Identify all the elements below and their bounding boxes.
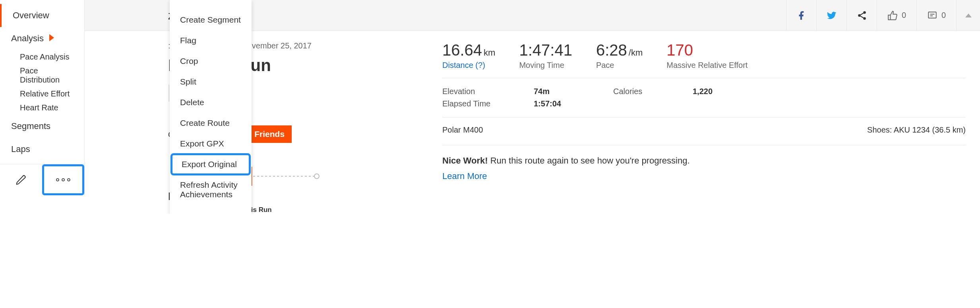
header-actions: 0 0 — [786, 0, 980, 31]
facebook-icon — [796, 10, 807, 21]
share-facebook-button[interactable] — [786, 0, 816, 31]
pace-value: 6:28 — [596, 41, 627, 59]
stat-distance: 16.64km Distance (?) — [442, 41, 495, 70]
more-button[interactable] — [42, 164, 85, 195]
svg-point-5 — [863, 17, 866, 20]
stats-col: 16.64km Distance (?) 1:47:41 Moving Time… — [442, 41, 980, 214]
nice-work-text: Run this route again to see how you're p… — [488, 156, 690, 166]
elevation-key: Elevation — [442, 87, 534, 96]
twitter-icon — [826, 10, 837, 21]
kudos-button[interactable]: 0 — [877, 0, 916, 31]
dd-flag[interactable]: Flag — [170, 30, 252, 51]
dd-export-original[interactable]: Export Original — [171, 154, 250, 175]
effort-value: 170 — [666, 41, 748, 59]
dd-crop[interactable]: Crop — [170, 51, 252, 71]
comment-icon — [927, 10, 937, 21]
distance-unit: km — [484, 48, 495, 58]
distance-label[interactable]: Distance (?) — [442, 61, 495, 70]
learn-more-link[interactable]: Learn More — [442, 169, 966, 183]
calories-key: Calories — [613, 87, 693, 96]
comments-button[interactable]: 0 — [916, 0, 956, 31]
stats-primary: 16.64km Distance (?) 1:47:41 Moving Time… — [442, 41, 966, 78]
pace-unit: /km — [629, 48, 643, 58]
sidebar-pace-distribution[interactable]: Pace Distribution — [0, 64, 84, 87]
sidebar-overview[interactable]: Overview — [0, 4, 84, 27]
dd-export-gpx[interactable]: Export GPX — [170, 133, 252, 154]
activity-summary: :51 AM on Saturday, November 25, 2017 Mo… — [85, 41, 442, 214]
share-icon — [857, 10, 867, 21]
device-name: Polar M400 — [442, 125, 483, 135]
dd-create-segment[interactable]: Create Segment — [170, 10, 252, 30]
viz-label: This Run — [243, 206, 442, 214]
nice-work: Nice Work! Run this route again to see h… — [442, 145, 966, 183]
elapsed-value: 1:57:04 — [534, 99, 613, 108]
share-twitter-button[interactable] — [816, 0, 846, 31]
ellipsis-icon — [55, 178, 71, 182]
svg-point-9 — [314, 174, 319, 179]
dd-split[interactable]: Split — [170, 71, 252, 92]
moving-time-label: Moving Time — [519, 61, 572, 70]
distance-value: 16.64 — [442, 41, 482, 59]
moving-time-value: 1:47:41 — [519, 41, 572, 59]
triangle-up-icon — [965, 13, 972, 17]
pace-label: Pace — [596, 61, 643, 70]
svg-point-4 — [858, 14, 861, 17]
sidebar-laps[interactable]: Laps — [0, 138, 84, 161]
pencil-icon — [15, 174, 27, 186]
shoes-name: Shoes: AKU 1234 (36.5 km) — [867, 125, 966, 135]
elevation-value: 74m — [534, 87, 613, 96]
dd-create-route[interactable]: Create Route — [170, 113, 252, 133]
sidebar-analysis[interactable]: Analysis — [0, 27, 84, 50]
svg-point-2 — [68, 179, 70, 181]
collapse-button[interactable] — [956, 0, 980, 31]
comments-count: 0 — [941, 11, 946, 20]
gear-row: Polar M400 Shoes: AKU 1234 (36.5 km) — [442, 117, 966, 145]
sidebar-tools — [0, 164, 84, 195]
nice-work-bold: Nice Work! — [442, 156, 488, 166]
sidebar-heart-rate[interactable]: Heart Rate — [0, 101, 84, 115]
kudos-count: 0 — [902, 11, 906, 20]
edit-button[interactable] — [0, 164, 42, 195]
sidebar-pace-analysis[interactable]: Pace Analysis — [0, 50, 84, 64]
stat-moving-time: 1:47:41 Moving Time — [519, 41, 572, 70]
stat-effort: 170 Massive Relative Effort — [666, 41, 748, 70]
stat-pace: 6:28/km Pace — [596, 41, 643, 70]
svg-point-3 — [863, 11, 866, 14]
svg-point-0 — [56, 179, 59, 181]
sidebar: Overview Analysis Pace Analysis Pace Dis… — [0, 0, 85, 195]
calories-value: 1,220 — [693, 87, 713, 96]
thumbs-up-icon — [887, 10, 898, 21]
share-button[interactable] — [846, 0, 877, 31]
svg-rect-6 — [928, 12, 936, 18]
svg-point-1 — [62, 179, 64, 181]
sidebar-segments[interactable]: Segments — [0, 115, 84, 138]
elapsed-key: Elapsed Time — [442, 99, 534, 108]
sidebar-analysis-label: Analysis — [11, 33, 44, 43]
dd-refresh-achievements[interactable]: Refresh Activity Achievements — [170, 175, 252, 205]
dd-delete[interactable]: Delete — [170, 92, 252, 113]
main: Create Segment Flag Crop Split Delete Cr… — [85, 0, 980, 214]
stats-secondary: Elevation 74m Calories 1,220 Elapsed Tim… — [442, 78, 966, 117]
more-dropdown: Create Segment Flag Crop Split Delete Cr… — [170, 0, 252, 214]
effort-label: Massive Relative Effort — [666, 61, 748, 70]
sidebar-relative-effort[interactable]: Relative Effort — [0, 87, 84, 101]
